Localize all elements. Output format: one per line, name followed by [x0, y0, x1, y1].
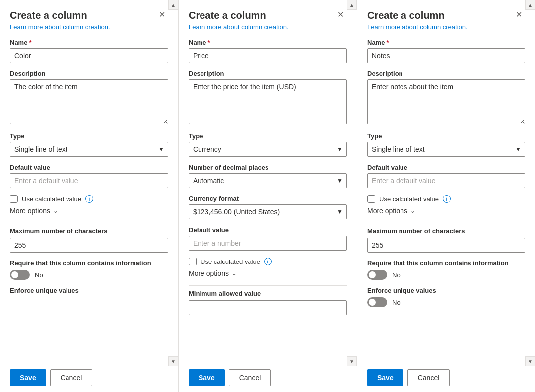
type-select[interactable]: Single line of text Multiple lines of te…: [10, 142, 168, 157]
require-toggle[interactable]: [10, 270, 30, 280]
type-select-wrapper: Single line of text Multiple lines of te…: [189, 142, 347, 157]
enforce-toggle-slider: [367, 297, 387, 307]
description-field-group: Description Enter the price for the item…: [189, 70, 347, 126]
cancel-button[interactable]: Cancel: [229, 369, 271, 386]
learn-more-link[interactable]: Learn more about column creation.: [189, 23, 347, 31]
require-info-group: Require that this column contains inform…: [367, 260, 525, 280]
divider: [10, 223, 168, 223]
name-field-group: Name *: [189, 39, 347, 63]
type-label: Type: [10, 132, 168, 140]
divider: [367, 223, 525, 223]
enforce-group: Enforce unique values No: [367, 287, 525, 307]
default-value-field-group: Default value: [10, 164, 168, 188]
type-field-group: Type Single line of text Multiple lines …: [367, 132, 525, 157]
panel-footer: Save Cancel: [357, 363, 535, 392]
learn-more-link[interactable]: Learn more about column creation.: [10, 23, 168, 31]
require-toggle-row: No: [10, 270, 168, 280]
description-label: Description: [10, 70, 168, 77]
scroll-down-btn[interactable]: ▼: [168, 356, 178, 366]
more-options-button[interactable]: More options ⌄: [189, 265, 237, 281]
save-button[interactable]: Save: [10, 369, 46, 386]
name-input[interactable]: [189, 48, 347, 63]
learn-more-link[interactable]: Learn more about column creation.: [367, 23, 525, 31]
use-calculated-row: Use calculated value i: [367, 195, 525, 203]
enforce-toggle-row: No: [367, 297, 525, 307]
name-field-group: Name *: [367, 39, 525, 63]
cancel-button[interactable]: Cancel: [50, 369, 93, 386]
save-button[interactable]: Save: [189, 369, 225, 386]
use-calculated-row: Use calculated value i: [10, 195, 168, 203]
type-label: Type: [189, 132, 347, 140]
type-select-wrapper: Single line of text Multiple lines of te…: [367, 142, 525, 157]
require-no-label: No: [392, 271, 401, 279]
require-toggle-slider: [10, 270, 30, 280]
more-options-button[interactable]: More options ⌄: [367, 203, 415, 219]
name-input[interactable]: [367, 48, 525, 63]
panel-footer: Save Cancel: [0, 363, 178, 392]
scroll-down-btn[interactable]: ▼: [525, 356, 535, 366]
max-chars-label: Maximum number of characters: [367, 227, 525, 235]
max-chars-input[interactable]: [10, 238, 168, 253]
use-calculated-info-icon[interactable]: i: [443, 195, 451, 203]
more-options-button[interactable]: More options ⌄: [10, 203, 58, 219]
description-input[interactable]: The color of the item: [10, 79, 168, 124]
require-toggle[interactable]: [367, 270, 387, 280]
enforce-toggle[interactable]: [367, 297, 387, 307]
name-label: Name *: [10, 39, 168, 46]
scroll-up-btn[interactable]: ▲: [347, 0, 357, 10]
use-calculated-checkbox[interactable]: [10, 195, 18, 203]
description-input[interactable]: Enter notes about the item: [367, 79, 525, 124]
cancel-button[interactable]: Cancel: [407, 369, 450, 386]
use-calculated-label: Use calculated value: [22, 196, 81, 203]
require-label: Require that this column contains inform…: [10, 260, 168, 267]
require-label: Require that this column contains inform…: [367, 260, 525, 267]
use-calculated-info-icon[interactable]: i: [85, 195, 93, 203]
type-select[interactable]: Single line of text Multiple lines of te…: [367, 142, 525, 157]
save-button[interactable]: Save: [367, 369, 403, 386]
use-calculated-checkbox[interactable]: [189, 258, 197, 265]
default-value-input[interactable]: [10, 173, 168, 188]
use-calculated-checkbox[interactable]: [367, 195, 375, 203]
name-input[interactable]: [10, 48, 168, 63]
more-options-chevron: ⌄: [53, 207, 58, 214]
divider: [189, 285, 347, 286]
type-field-group: Type Single line of text Multiple lines …: [189, 132, 347, 157]
default-value-label: Default value: [10, 164, 168, 171]
decimal-select-wrapper: Automatic 0 1 2 3 4 5 ▼: [189, 173, 347, 188]
description-label: Description: [367, 70, 525, 77]
close-button[interactable]: ✕: [513, 10, 525, 20]
panel-title: Create a column: [189, 10, 266, 21]
name-label: Name *: [367, 39, 525, 46]
use-calculated-row: Use calculated value i: [189, 258, 347, 265]
min-value-label: Minimum allowed value: [189, 290, 347, 297]
type-select[interactable]: Single line of text Multiple lines of te…: [189, 142, 347, 157]
scroll-up-btn[interactable]: ▲: [168, 0, 178, 10]
close-button[interactable]: ✕: [156, 10, 168, 20]
description-label: Description: [189, 70, 347, 77]
default-value-input[interactable]: [367, 173, 525, 188]
currency-format-label: Currency format: [189, 195, 347, 202]
scroll-up-btn[interactable]: ▲: [525, 0, 535, 10]
max-chars-input[interactable]: [367, 238, 525, 253]
panel-footer: Save Cancel: [179, 363, 357, 392]
enforce-label: Enforce unique values: [10, 287, 168, 294]
default-value-label: Default value: [367, 164, 525, 171]
min-value-input[interactable]: [189, 300, 347, 315]
use-calculated-info-icon[interactable]: i: [264, 258, 272, 265]
description-input[interactable]: Enter the price for the item (USD): [189, 79, 347, 124]
decimal-select[interactable]: Automatic 0 1 2 3 4 5: [189, 173, 347, 188]
min-value-group: Minimum allowed value: [189, 290, 347, 315]
require-no-label: No: [35, 271, 43, 279]
more-options-chevron: ⌄: [232, 270, 237, 277]
panel-title: Create a column: [367, 10, 445, 21]
currency-format-field-group: Currency format $123,456.00 (United Stat…: [189, 195, 347, 219]
close-button[interactable]: ✕: [334, 10, 347, 20]
currency-format-select[interactable]: $123,456.00 (United States): [189, 204, 347, 219]
required-star: *: [386, 39, 389, 46]
use-calculated-label: Use calculated value: [379, 196, 439, 203]
currency-format-select-wrapper: $123,456.00 (United States) ▼: [189, 204, 347, 219]
default-value-field-group: Default value: [367, 164, 525, 188]
scroll-down-btn[interactable]: ▼: [347, 356, 357, 366]
enforce-label: Enforce unique values: [367, 287, 525, 294]
default-value-input[interactable]: [189, 236, 347, 251]
